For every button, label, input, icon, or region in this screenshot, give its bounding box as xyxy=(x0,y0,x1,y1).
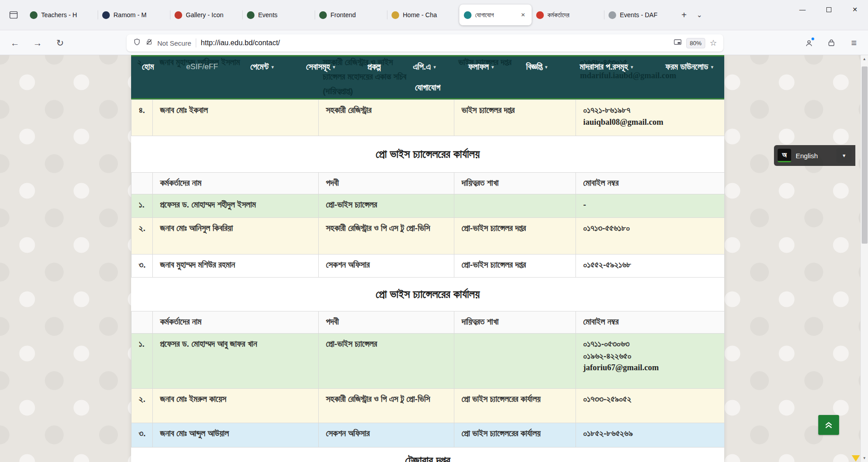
officials-table-partial: ৪. জনাব মোঃ ইকবাল সহকারী রেজিস্ট্রার ভাই… xyxy=(131,99,725,136)
browser-tab[interactable]: Gallery - Icon xyxy=(170,5,242,25)
browser-tab[interactable]: Teachers - H xyxy=(25,5,98,25)
nav-item-label: পেমেন্ট xyxy=(250,62,269,72)
maximize-button[interactable] xyxy=(816,0,842,19)
email-address: jaforiu67@gmail.com xyxy=(583,362,717,373)
nav-item-apa[interactable]: এপি.এ▾ xyxy=(413,62,436,72)
forward-button[interactable]: → xyxy=(29,34,46,52)
browser-tab[interactable]: Events xyxy=(242,5,315,25)
account-notification-dot xyxy=(811,37,815,41)
tab-title: Ramom - M xyxy=(113,11,165,19)
nav-item-label: প্রকল্প xyxy=(368,62,381,72)
tab-favicon xyxy=(609,11,616,19)
firefox-view-icon[interactable] xyxy=(5,7,22,23)
chevron-down-icon: ▾ xyxy=(711,64,713,70)
new-tab-button[interactable]: + xyxy=(676,7,692,23)
minimize-button[interactable]: — xyxy=(789,0,816,19)
cell-mobile: ০১৭২১-৮৬১৯৮৭ iauiqbal08@gmail.com xyxy=(576,100,725,136)
cell-designation: প্রো-ভাইস চ্যান্সেলর xyxy=(319,334,454,389)
nav-item-form-download[interactable]: ফরম ডাউনলোড▾ xyxy=(665,62,713,72)
tab-favicon xyxy=(392,11,399,19)
nav-item-home[interactable]: হোম xyxy=(142,62,154,72)
bookmark-star-icon[interactable]: ☆ xyxy=(710,38,717,48)
cell-mobile: ০১৭৩৩-২৫৯০৫২ xyxy=(576,389,725,423)
browser-tab[interactable]: Home - Cha xyxy=(387,5,459,25)
shield-icon[interactable] xyxy=(133,38,141,48)
nav-item-contact[interactable]: যোগাযোগ xyxy=(415,83,440,93)
chevron-down-icon: ▾ xyxy=(333,64,335,70)
cell-serial: ৪. xyxy=(132,100,153,136)
officials-table-2: কর্মকর্তাদের নাম পদবী দায়িত্বরত শাখা মো… xyxy=(131,311,725,448)
scrollbar-up-arrow[interactable]: ▲ xyxy=(861,55,868,63)
picture-in-picture-icon[interactable] xyxy=(674,38,682,47)
menu-hamburger-icon[interactable]: ≡ xyxy=(845,34,863,52)
tab-favicon xyxy=(175,11,182,19)
account-icon[interactable] xyxy=(800,34,817,52)
cell-name: জনাব মোঃ ইমরুল কায়েস xyxy=(153,389,319,423)
cell-department: প্রো ভাইস চ্যান্সেলরের কার্যালয় xyxy=(454,423,576,448)
nav-item-label: সেবাসমূহ xyxy=(306,62,330,72)
extensions-icon[interactable] xyxy=(823,34,840,52)
scroll-to-top-button[interactable] xyxy=(818,415,839,435)
list-all-tabs-button[interactable]: ⌄ xyxy=(692,7,707,23)
cell-mobile: ০১৮৫২-৮৬৫২৬৯ xyxy=(576,423,725,448)
language-dropdown-button[interactable]: ▾ xyxy=(836,148,852,163)
header-department: দায়িত্বরত শাখা xyxy=(454,311,576,334)
cell-designation: সহকারী রেজিস্ট্রার xyxy=(319,100,454,136)
tab-title: যোগাযোগ xyxy=(475,11,515,19)
page-scrollbar[interactable]: ▲ ▼ xyxy=(860,55,868,462)
browser-tab-active[interactable]: যোগাযোগ ✕ xyxy=(459,5,532,25)
cell-serial: ২. xyxy=(132,389,153,423)
browser-tab[interactable]: কর্মকর্তাদের xyxy=(532,5,604,25)
table-row: ২. জনাব মোঃ আনিসুল কিবরিয়া সহকারী রেজিস… xyxy=(132,218,725,255)
cell-designation: প্রো-ভাইস চ্যান্সেলর xyxy=(319,194,454,218)
nav-item-results[interactable]: ফলাফল▾ xyxy=(468,62,494,72)
table-row: ২. জনাব মোঃ ইমরুল কায়েস সহকারী রেজিস্ট্… xyxy=(132,389,725,423)
language-switcher-widget[interactable]: অ English ▾ xyxy=(774,145,855,166)
cell-designation: সেকশন অফিসার xyxy=(319,423,454,448)
cell-name: জনাব মোঃ ইকবাল xyxy=(153,100,319,136)
nav-item-services[interactable]: সেবাসমূহ▾ xyxy=(306,62,335,72)
browser-tab[interactable]: Events - DAF xyxy=(604,5,676,25)
scrollbar-down-arrow[interactable]: ▼ xyxy=(861,454,868,462)
nav-item-projects[interactable]: প্রকল্প xyxy=(368,62,381,72)
nav-item-notices[interactable]: বিজ্ঞপ্তি▾ xyxy=(526,62,547,72)
tab-title: কর্মকর্তাদের xyxy=(547,11,599,19)
nav-item-payment[interactable]: পেমেন্ট▾ xyxy=(250,62,274,72)
nav-item-label: হোম xyxy=(142,62,154,72)
toolbar-right-icons: ≡ xyxy=(800,34,863,52)
tab-close-icon[interactable]: ✕ xyxy=(519,11,527,19)
header-name: কর্মকর্তাদের নাম xyxy=(153,173,319,194)
tab-title: Events - DAF xyxy=(620,11,672,19)
table-row: ৩. জনাব মোঃ আব্দুল আউয়াল সেকশন অফিসার প… xyxy=(132,423,725,448)
cell-department: প্রো ভাইস চ্যান্সেলরের কার্যালয় xyxy=(454,389,576,423)
header-department: দায়িত্বরত শাখা xyxy=(454,173,576,194)
insecure-lock-icon[interactable] xyxy=(146,38,153,47)
url-text[interactable]: http://iau.edu.bd/contact/ xyxy=(201,39,669,47)
window-controls: — ✕ xyxy=(789,0,868,19)
back-button[interactable]: ← xyxy=(6,34,24,52)
cell-department: প্রো-ভাইস চ্যান্সেলর দপ্তর xyxy=(454,218,576,255)
browser-tab[interactable]: Ramom - M xyxy=(98,5,170,25)
section-title: প্রো ভাইস চ্যান্সেলরের কার্যালয় xyxy=(131,278,724,311)
security-label[interactable]: Not Secure xyxy=(157,39,191,47)
nav-item-esif[interactable]: eSIF/eFF xyxy=(186,62,218,72)
cell-designation: সেকশন অফিসার xyxy=(319,255,454,278)
chevron-down-icon: ▾ xyxy=(271,64,274,70)
browser-tab[interactable]: Frontend xyxy=(315,5,387,25)
header-mobile: মোবাইল নম্বর xyxy=(576,173,725,194)
reload-button[interactable]: ↻ xyxy=(52,34,69,52)
close-button[interactable]: ✕ xyxy=(842,0,868,19)
header-serial xyxy=(132,173,153,194)
scrollbar-thumb[interactable] xyxy=(862,66,868,244)
chevron-down-icon: ▾ xyxy=(434,64,436,70)
nav-row-1: হোম eSIF/eFF পেমেন্ট▾ সেবাসমূহ▾ প্রকল্প … xyxy=(131,62,724,72)
address-bar[interactable]: Not Secure http://iau.edu.bd/contact/ 80… xyxy=(127,34,723,52)
nav-item-madrasah[interactable]: মাদরাসার প.রসমূহ▾ xyxy=(580,62,633,72)
table-header-row: কর্মকর্তাদের নাম পদবী দায়িত্বরত শাখা মো… xyxy=(132,311,725,334)
table-row: ১. প্রফেসর ড. মোহাম্মদ শহীদুল ইসলাম প্রো… xyxy=(132,194,725,218)
cell-designation: সহকারী রেজিস্ট্রার ও পি এস টু প্রো-ভিসি xyxy=(319,389,454,423)
tab-favicon xyxy=(102,11,110,19)
zoom-level-badge[interactable]: 80% xyxy=(686,38,705,48)
site-navbar: ২. জনাব মুহাম্মদ আরিফুল ইসলাম সহকারী রেজ… xyxy=(131,55,724,99)
tab-strip: Teachers - H Ramom - M Gallery - Icon Ev… xyxy=(0,0,868,30)
